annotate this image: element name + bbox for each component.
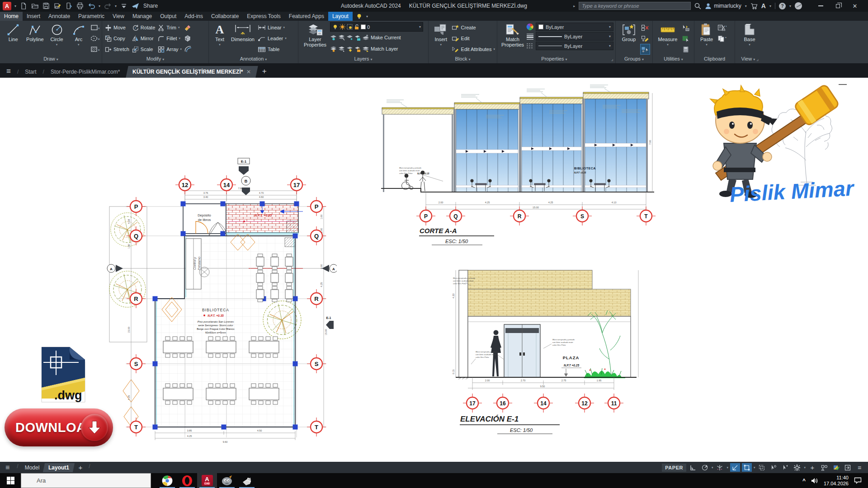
text-button[interactable]: AText▾ [212,22,228,46]
layer-lock-icon[interactable] [354,35,361,41]
feedback-icon[interactable] [795,2,802,9]
circle-button[interactable]: Circle▾ [47,22,67,46]
copy-clip-icon[interactable]: ▾ [717,33,727,44]
file-tabs-menu-icon[interactable]: ≡ [0,67,15,78]
tray-chevron-icon[interactable]: ^ [802,478,806,484]
isometric-drafting-icon[interactable] [715,463,725,472]
panel-utilities-label[interactable]: Utilities ▾ [653,56,694,63]
fillet-button[interactable]: Fillet▾ [158,33,182,44]
tab-annotate[interactable]: Annotate [44,12,74,21]
minimize-button[interactable] [812,0,829,12]
measure-button[interactable]: Measure▾ [656,22,680,46]
autodesk-account-icon[interactable]: A [761,2,766,9]
layer-on2-icon[interactable] [330,46,337,52]
offset-icon[interactable] [183,44,193,55]
taskbar-app-icon[interactable] [237,473,257,488]
block-create-button[interactable]: Create [452,22,495,33]
osnap-tracking-icon[interactable] [730,463,740,472]
layer-walk-icon[interactable] [338,46,345,52]
taskbar-chrome-icon[interactable] [157,473,177,488]
customize-qat-icon[interactable] [120,2,128,10]
stretch-button[interactable]: Stretch [105,44,129,55]
quick-select-icon[interactable] [681,22,691,33]
line-button[interactable]: Line [3,22,24,42]
match-layer-button[interactable]: Match Layer [371,46,398,52]
workspace-gear-icon[interactable] [792,463,802,472]
app-menu-caret-icon[interactable]: ▾ [14,4,16,8]
match-properties-button[interactable]: Match Properties [500,22,525,47]
tab-output[interactable]: Output [156,12,180,21]
group-button[interactable]: Group [618,22,639,42]
taskbar-search-input[interactable] [21,473,151,488]
close-button[interactable]: ✕ [846,0,863,12]
panel-groups-label[interactable]: Groups ▾ [616,56,652,63]
taskbar-opera-icon[interactable] [177,473,197,488]
lightbulb-icon[interactable] [356,12,362,21]
layer-freeze-icon[interactable] [346,35,353,41]
panel-view-label[interactable]: View ▾ ⌟ [735,56,765,63]
gear-caret-icon[interactable]: ▾ [804,466,806,469]
statusbar-menu-icon[interactable]: ≡ [854,463,864,472]
erase-icon[interactable] [183,22,193,33]
rectangle-flyout-icon[interactable]: ▾ [90,22,100,33]
taskbar-autocad-icon[interactable]: ACAD [197,473,217,488]
panel-draw-label[interactable]: Draw ▾ [0,56,102,63]
panel-layers-label[interactable]: Layers ▾ [298,56,428,63]
tab-manage[interactable]: Manage [128,12,156,21]
insert-button[interactable]: Insert▾ [431,22,451,46]
scale-button[interactable]: Scale [132,44,155,55]
polar-tracking-icon[interactable] [700,463,710,472]
start-button[interactable] [0,473,21,488]
trim-button[interactable]: Trim▾ [158,22,182,33]
tab-insert[interactable]: Insert [23,12,44,21]
new-layout-button[interactable]: + [74,464,87,471]
rotate-button[interactable]: Rotate [132,22,155,33]
layer-properties-button[interactable]: Layer Properties [301,22,329,47]
panel-clipboard-label[interactable]: Clipboard [694,56,735,63]
layer-select[interactable]: 0 ▾ [330,22,423,32]
tab-parametric[interactable]: Parametric [74,12,108,21]
open-from-mobile-icon[interactable] [65,2,73,10]
file-tab-kultur-active[interactable]: KÜLTÜR GENÇLİK GELİŞTİRME MERKEZİ* ✕ [126,66,258,78]
panel-block-label[interactable]: Block ▾ [429,56,497,63]
save-as-icon[interactable] [53,2,61,10]
linear-button[interactable]: Linear▾ [258,22,287,33]
file-tab-stor-perde[interactable]: Stor-Perde-PislikMimar.com* [46,69,124,78]
layer-unlock2-icon[interactable] [354,46,361,52]
panel-annotation-label[interactable]: Annotation ▾ [209,56,298,63]
polar-caret-icon[interactable]: ▾ [712,466,713,469]
tab-home[interactable]: Home [0,12,23,21]
file-tab-close-icon[interactable]: ✕ [247,69,251,75]
move-button[interactable]: Move [105,22,129,33]
autocad-app-icon[interactable]: A [3,2,11,10]
object-color-select[interactable]: ByLayer▾ [536,23,613,31]
new-drawing-tab-button[interactable]: + [257,67,271,78]
file-tab-start[interactable]: Start [20,69,41,78]
redo-icon[interactable] [104,2,112,10]
share-icon[interactable] [131,2,139,10]
customize-plus-icon[interactable]: + [807,463,817,472]
panel-modify-label[interactable]: Modify ▾ [102,56,208,63]
layer-select-caret-icon[interactable]: ▾ [419,25,421,29]
mirror-button[interactable]: Mirror [132,33,155,44]
signed-in-user[interactable]: mimarlucky [705,3,741,9]
open-file-icon[interactable] [31,2,39,10]
search-history-caret-icon[interactable]: ▸ [573,4,575,8]
help-icon[interactable]: ? [779,3,786,9]
cut-icon[interactable]: ▾ [717,22,727,33]
paste-button[interactable]: Paste▾ [697,22,716,46]
arc-button[interactable]: Arc▾ [68,22,89,46]
annotation-scale-icon[interactable] [819,463,829,472]
help-caret-icon[interactable]: ▾ [789,4,791,8]
undo-caret-icon[interactable]: ▾ [99,4,100,8]
download-arrow-icon[interactable] [81,414,108,441]
search-icon[interactable] [694,3,701,9]
drawing-canvas[interactable]: Depósito de libros N.P.T. +0.35 [0,78,868,462]
plot-icon[interactable] [76,2,84,10]
leader-button[interactable]: Leader▾ [258,33,287,44]
account-caret-icon[interactable]: ▾ [769,4,771,8]
new-file-icon[interactable] [19,2,28,10]
undo-icon[interactable] [87,2,95,10]
help-search-input[interactable] [579,2,691,10]
hatch-flyout-icon[interactable]: ▾ [90,44,100,55]
